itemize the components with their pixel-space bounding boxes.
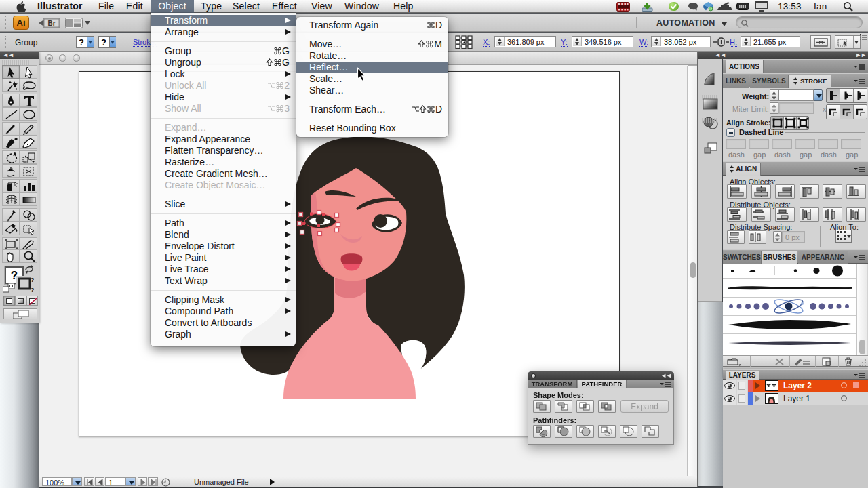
svg-text:Br: Br [47,20,55,27]
svg-text:?: ? [31,287,34,293]
svg-text:?: ? [31,277,34,283]
